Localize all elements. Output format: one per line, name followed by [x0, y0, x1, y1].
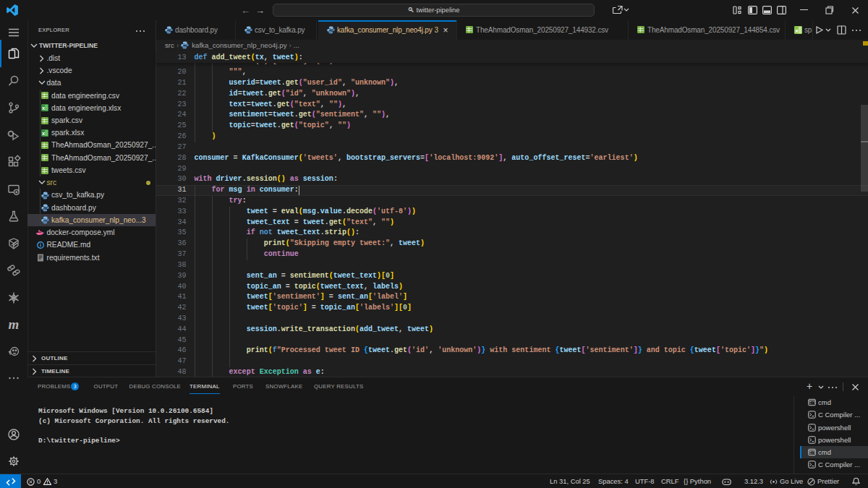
svg-text:C:\: C:\ — [809, 451, 815, 455]
svg-text:x: x — [795, 27, 799, 34]
svg-text:C:\: C:\ — [809, 401, 815, 405]
